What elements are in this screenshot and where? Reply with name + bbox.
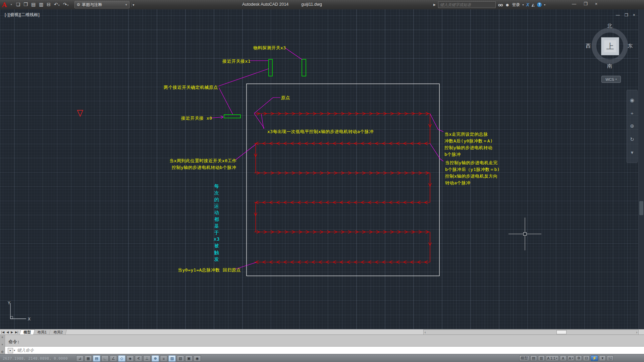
vertical-note-char[interactable]: 动 (214, 210, 219, 215)
object-snap-toggle[interactable]: ◇ (118, 355, 125, 362)
quick-view-drawings-icon[interactable]: ▥ (538, 355, 545, 361)
status-flyout-arrow[interactable]: ▾ (599, 355, 606, 361)
tab-model[interactable]: 模型 (19, 329, 35, 335)
label-proximity-switch-x1[interactable]: 接近开关接x1 (222, 59, 251, 64)
workspace-dropdown[interactable]: ⚙ 草图与注释 ▾ (74, 1, 129, 8)
workspace-switching-icon[interactable]: ⚙ (575, 355, 582, 361)
vertical-note-char[interactable]: 发 (214, 256, 219, 262)
vertical-note-char[interactable]: x3 (214, 236, 220, 242)
autodesk-360-icon[interactable]: ◭ (532, 2, 535, 7)
vertical-note-char[interactable]: 都 (214, 217, 219, 222)
undo-icon[interactable]: ↶▾ (53, 1, 61, 9)
navigation-wheel-icon[interactable]: ◉ (630, 97, 634, 103)
chevron-down-icon[interactable]: ▾ (67, 4, 69, 7)
leader-line-7[interactable] (254, 114, 264, 128)
leader-line-8[interactable] (261, 114, 264, 129)
sign-in-button[interactable]: 登录 (512, 2, 520, 8)
label-y-motor-finish[interactable]: 当控制y轴的步进电机走完b个脉冲后（y1脉冲数＝b)控制x轴的步进电机反方向转动… (445, 160, 500, 185)
minimize-button[interactable]: — (572, 1, 576, 6)
viewcube-top-face[interactable]: 上 (601, 37, 619, 55)
grid-display-toggle[interactable]: ▤ (93, 355, 100, 362)
tab-layout1[interactable]: 布局1 (34, 330, 51, 335)
quick-properties-toggle[interactable]: ▧ (177, 355, 184, 362)
open-file-icon[interactable]: ❒ (22, 1, 29, 9)
save-as-icon[interactable]: ▥ (38, 1, 44, 9)
leader-line-3[interactable] (218, 69, 269, 86)
recent-commands-icon[interactable]: ▸ (8, 348, 13, 353)
drawing-figure[interactable]: 物料探测开关x3接近开关接x1两个接近开关确定机械原点接近开关接 x0原点x3每… (0, 9, 644, 329)
label-x-total-pulses[interactable]: 当x走完所设定的总脉冲数A后(y0脉冲数＝A)控制y轴的步进电机转动b个脉冲 (444, 132, 493, 157)
help-icon[interactable]: ? (537, 2, 542, 7)
command-panel-grip[interactable]: ≡ × ⚙ (0, 335, 5, 354)
leader-line-6[interactable] (254, 98, 280, 113)
label-x0-works-line1[interactable]: 当x周到此位置时接近开关x0工作 (169, 158, 236, 163)
vertical-note-char[interactable]: 运 (214, 203, 219, 208)
vertical-note-char[interactable]: 每 (214, 183, 219, 189)
tab-next-button[interactable]: ▶ (10, 330, 14, 334)
selection-cycling-toggle[interactable]: ▣ (185, 355, 193, 362)
label-x3-low-level-pulse[interactable]: x3每出现一次低电平控制x轴的步进电机转动a个脉冲 (267, 129, 374, 134)
label-return-to-origin[interactable]: 当y0=y1=A总脉冲数 回归原点 (178, 267, 241, 273)
search-icon[interactable]: oo (498, 2, 503, 7)
scroll-right-arrow[interactable]: › (636, 330, 637, 334)
vertical-scrollbar-thumb[interactable] (639, 201, 643, 215)
zoom-icon[interactable]: ⊕ (630, 123, 634, 129)
horizontal-scrollbar[interactable]: ‹ › (423, 329, 639, 335)
vertical-note-char[interactable]: 的 (214, 197, 219, 202)
object-snap-tracking-toggle[interactable]: ∢ (135, 355, 142, 362)
command-close-icon[interactable]: × (1, 343, 3, 346)
viewcube-south[interactable]: 南 (607, 63, 612, 69)
dynamic-ucs-toggle[interactable]: ⊥ (143, 355, 151, 362)
hardware-acceleration-icon[interactable]: ⚡ (591, 355, 598, 361)
ortho-mode-toggle[interactable]: ∟ (101, 355, 109, 362)
command-input-row[interactable]: ▸ ▾ 键入命令 (5, 346, 644, 354)
lineweight-toggle[interactable]: ≡ (160, 355, 167, 362)
exchange-apps-icon[interactable]: X (526, 2, 529, 7)
new-file-icon[interactable]: ❏ (15, 1, 21, 9)
sign-in-arrow[interactable]: ▾ (523, 3, 524, 6)
work-area-border[interactable] (247, 84, 439, 276)
annotation-scale-button[interactable]: A 1:1▾ (546, 355, 559, 361)
vertical-note-char[interactable]: 于 (214, 230, 219, 235)
annotation-autoscale-icon[interactable]: A▾ (568, 355, 575, 361)
maximize-button[interactable]: ❐ (584, 1, 588, 6)
label-two-proximity-switches[interactable]: 两个接近开关确定机械原点 (164, 85, 218, 90)
vertical-note-char[interactable]: 被 (214, 243, 219, 248)
infer-constraints-toggle[interactable]: ⊿ (76, 355, 84, 362)
toolbar-options-arrow[interactable]: ▾ (131, 3, 136, 7)
plot-icon[interactable]: ⊟ (46, 1, 52, 9)
vertical-note-char[interactable]: 基 (214, 223, 219, 229)
vertical-scrollbar[interactable] (638, 9, 644, 329)
tab-last-button[interactable]: ▶| (14, 330, 19, 334)
orbit-icon[interactable]: ↻ (630, 136, 634, 142)
search-input[interactable] (438, 1, 496, 8)
tab-first-button[interactable]: |◀ (1, 330, 5, 334)
save-icon[interactable]: ▤ (30, 1, 37, 9)
horizontal-scrollbar-thumb[interactable] (556, 330, 567, 334)
vertical-note-char[interactable]: 次 (214, 190, 219, 195)
close-button[interactable]: × (595, 1, 598, 6)
triangle-marker[interactable] (77, 110, 83, 116)
proximity-switch-x1-rect[interactable] (269, 59, 272, 76)
leader-line-5[interactable] (211, 117, 223, 118)
model-space-canvas[interactable]: [-][俯视][二维线框] — ❐ × 物料探测开关x3接近开关接x1两个接近开… (0, 9, 644, 329)
leader-line-4[interactable] (219, 88, 233, 114)
coordinates-readout[interactable]: 2637.1988, 2148.0898, 0.0000 (3, 356, 68, 361)
transparency-toggle[interactable]: ▨ (168, 355, 176, 362)
wcs-dropdown[interactable]: WCS ▾ (601, 76, 621, 83)
leader-line-1[interactable] (285, 48, 302, 60)
annotation-visibility-icon[interactable]: A (560, 355, 567, 361)
scroll-left-arrow[interactable]: ‹ (425, 330, 426, 334)
command-input-placeholder[interactable]: 键入命令 (17, 348, 34, 353)
infocenter-collapse-icon[interactable]: ▶ (433, 3, 436, 6)
chevron-down-icon[interactable]: ▾ (58, 4, 60, 7)
vertical-note-char[interactable]: 触 (214, 250, 219, 255)
3d-object-snap-toggle[interactable]: ◈ (126, 355, 134, 362)
showmotion-icon[interactable]: ▾ (631, 149, 634, 156)
help-arrow[interactable]: ▾ (544, 3, 545, 6)
leader-line-9[interactable] (235, 144, 256, 160)
material-detect-switch-x3-rect[interactable] (302, 59, 306, 76)
autocad-logo-icon[interactable]: A (1, 1, 8, 8)
viewcube-west[interactable]: 西 (586, 43, 591, 49)
leader-line-11[interactable] (430, 143, 443, 161)
